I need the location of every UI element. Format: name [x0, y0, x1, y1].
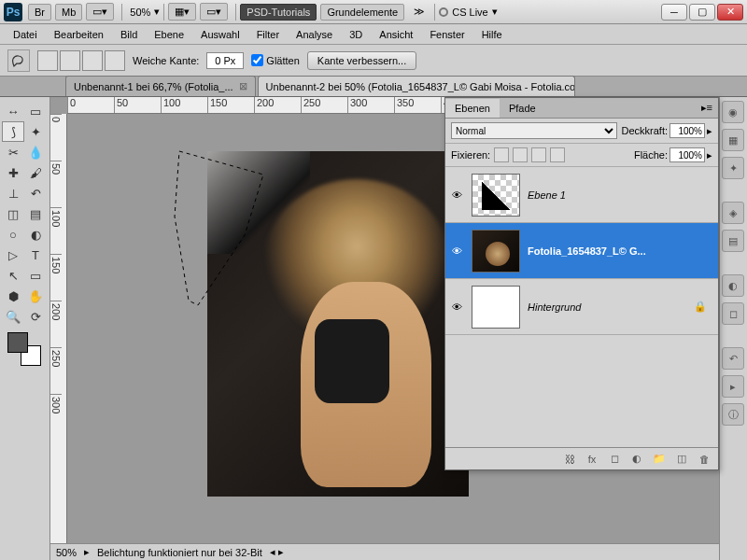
layer-fx-icon[interactable]: fx: [584, 452, 600, 467]
adjustment-layer-icon[interactable]: ◐: [628, 452, 645, 467]
lock-transparency-button[interactable]: [494, 147, 509, 162]
tab-ebenen[interactable]: Ebenen: [445, 99, 500, 118]
minimize-button[interactable]: ─: [661, 4, 687, 21]
color-swatches[interactable]: [7, 332, 41, 366]
flyout-icon[interactable]: ▸: [707, 125, 712, 137]
menu-3d[interactable]: 3D: [342, 26, 370, 43]
wand-tool[interactable]: ✦: [24, 121, 47, 142]
zoom-readout[interactable]: 50%: [56, 547, 77, 558]
maximize-button[interactable]: ▢: [689, 4, 715, 21]
visibility-icon[interactable]: 👁: [449, 188, 464, 203]
blend-mode-select[interactable]: Normal: [451, 122, 617, 139]
zoom-level[interactable]: 50%: [130, 7, 150, 18]
new-layer-icon[interactable]: ◫: [673, 452, 690, 467]
add-selection-button[interactable]: [60, 50, 80, 71]
dropdown-icon[interactable]: ▾: [154, 6, 160, 18]
document-tab[interactable]: Unbenannt-2 bei 50% (Fotolia_1654837_L© …: [258, 76, 575, 96]
subtract-selection-button[interactable]: [82, 50, 103, 71]
menu-hilfe[interactable]: Hilfe: [474, 26, 510, 43]
swatches-panel-icon[interactable]: ▦: [722, 129, 744, 151]
refine-edge-button[interactable]: Kante verbessern...: [307, 51, 416, 70]
new-selection-button[interactable]: [37, 50, 58, 71]
lock-pixels-button[interactable]: [513, 147, 528, 162]
layers-panel-icon[interactable]: ◈: [722, 202, 744, 224]
hand-tool[interactable]: ✋: [24, 286, 47, 306]
layer-thumbnail[interactable]: [472, 286, 520, 329]
crop-tool[interactable]: ✂: [2, 142, 24, 162]
visibility-icon[interactable]: 👁: [449, 244, 464, 259]
delete-layer-icon[interactable]: 🗑: [696, 452, 712, 467]
visibility-icon[interactable]: 👁: [449, 300, 464, 315]
layer-row[interactable]: 👁 Fotolia_1654837_L© G...: [445, 223, 718, 279]
dodge-tool[interactable]: ◐: [24, 224, 47, 245]
group-icon[interactable]: 📁: [651, 452, 668, 467]
stamp-tool[interactable]: ⊥: [2, 183, 24, 203]
rotate-tool[interactable]: ⟳: [24, 306, 47, 327]
gradient-tool[interactable]: ▤: [24, 203, 47, 224]
layer-row[interactable]: 👁 Ebene 1: [445, 167, 718, 223]
opacity-input[interactable]: [669, 123, 705, 138]
history-brush-tool[interactable]: ↶: [24, 183, 47, 203]
layer-row[interactable]: 👁 Hintergrund 🔒: [445, 279, 718, 335]
view-extras-button[interactable]: ▦▾: [168, 3, 196, 21]
menu-analyse[interactable]: Analyse: [289, 26, 340, 43]
masks-panel-icon[interactable]: ◻: [722, 302, 744, 325]
cs-live[interactable]: CS Live▾: [439, 6, 498, 18]
screen-mode-button[interactable]: ▭▾: [86, 3, 114, 21]
lock-all-button[interactable]: [550, 147, 565, 162]
feather-input[interactable]: [206, 52, 244, 69]
menu-datei[interactable]: Datei: [6, 26, 45, 43]
styles-panel-icon[interactable]: ✦: [722, 157, 744, 179]
color-panel-icon[interactable]: ◉: [722, 101, 744, 123]
layer-thumbnail[interactable]: [472, 174, 520, 217]
shape-tool[interactable]: ▭: [24, 265, 47, 286]
type-tool[interactable]: T: [24, 245, 47, 265]
pen-tool[interactable]: ▷: [2, 245, 24, 265]
antialias-checkbox[interactable]: Glätten: [251, 54, 299, 66]
tab-pfade[interactable]: Pfade: [500, 99, 545, 118]
fill-input[interactable]: [669, 147, 705, 162]
layer-thumbnail[interactable]: [472, 230, 520, 273]
menu-ansicht[interactable]: Ansicht: [372, 26, 420, 43]
workspace-button[interactable]: PSD-Tutorials: [240, 4, 317, 21]
eyedropper-tool[interactable]: 💧: [24, 142, 47, 162]
move-tool[interactable]: ↔: [2, 101, 24, 121]
bridge-button[interactable]: Br: [28, 4, 51, 21]
layer-name[interactable]: Ebene 1: [528, 189, 714, 201]
layer-mask-icon[interactable]: ◻: [606, 452, 623, 467]
arrange-button[interactable]: ▭▾: [200, 3, 228, 21]
close-button[interactable]: ✕: [717, 4, 743, 21]
more-icon[interactable]: ≫: [414, 6, 425, 18]
actions-panel-icon[interactable]: ▸: [722, 375, 744, 398]
3d-tool[interactable]: ⬢: [2, 286, 24, 306]
blur-tool[interactable]: ○: [2, 224, 24, 245]
info-panel-icon[interactable]: ⓘ: [722, 403, 744, 426]
minibridge-button[interactable]: Mb: [55, 4, 82, 21]
link-layers-icon[interactable]: ⛓: [561, 452, 578, 467]
workspace-button-2[interactable]: Grundelemente: [320, 4, 404, 21]
panel-menu-icon[interactable]: ▸≡: [696, 102, 718, 114]
document-tab[interactable]: Unbenannt-1 bei 66,7% (Fotolia_...⊠: [65, 76, 256, 96]
adjustments-panel-icon[interactable]: ◐: [722, 274, 744, 297]
brush-tool[interactable]: 🖌: [24, 162, 47, 183]
lock-position-button[interactable]: [531, 147, 546, 162]
lasso-tool[interactable]: ⟆: [2, 121, 24, 142]
channels-panel-icon[interactable]: ▤: [722, 230, 744, 252]
eraser-tool[interactable]: ◫: [2, 203, 24, 224]
zoom-tool[interactable]: 🔍: [2, 306, 24, 327]
history-panel-icon[interactable]: ↶: [722, 347, 744, 370]
menu-bild[interactable]: Bild: [113, 26, 145, 43]
menu-bearbeiten[interactable]: Bearbeiten: [47, 26, 111, 43]
menu-auswahl[interactable]: Auswahl: [193, 26, 247, 43]
menu-fenster[interactable]: Fenster: [422, 26, 472, 43]
path-select-tool[interactable]: ↖: [2, 265, 24, 286]
healing-tool[interactable]: ✚: [2, 162, 24, 183]
layer-name[interactable]: Hintergrund: [528, 301, 686, 313]
menu-ebene[interactable]: Ebene: [147, 26, 191, 43]
layer-name[interactable]: Fotolia_1654837_L© G...: [528, 245, 714, 257]
flyout-icon[interactable]: ▸: [707, 149, 712, 161]
close-tab-icon[interactable]: ⊠: [239, 80, 247, 92]
menu-filter[interactable]: Filter: [249, 26, 287, 43]
marquee-tool[interactable]: ▭: [24, 101, 47, 121]
intersect-selection-button[interactable]: [105, 50, 125, 71]
